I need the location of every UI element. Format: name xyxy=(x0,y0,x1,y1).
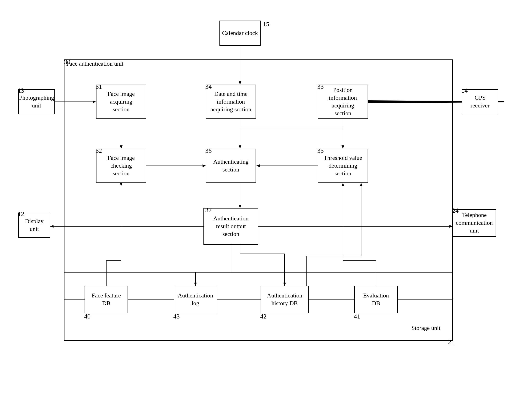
storage-unit-label: Storage unit xyxy=(412,325,440,331)
ref-34: 34 xyxy=(205,83,212,90)
ref-36: 36 xyxy=(205,147,212,154)
ref-12: 12 xyxy=(18,210,24,218)
evaluation-db-label: EvaluationDB xyxy=(363,292,389,307)
ref-43: 43 xyxy=(173,313,180,320)
authenticating-box: Authenticatingsection xyxy=(206,149,256,183)
ref-13: 13 xyxy=(18,87,24,94)
gps-receiver-label: GPSreceiver xyxy=(470,94,490,110)
ref-33: 33 xyxy=(317,83,324,90)
face-feature-db-label: Face featureDB xyxy=(92,292,121,307)
telephone-unit-label: Telephonecommunicationunit xyxy=(456,211,493,234)
ref-37: 37 xyxy=(205,206,212,214)
face-image-checking-label: Face imagecheckingsection xyxy=(107,154,135,177)
ref-41: 41 xyxy=(354,313,360,320)
display-unit-label: Displayunit xyxy=(25,218,44,233)
auth-result-box: Authenticationresult outputsection xyxy=(203,208,258,245)
diagram-container: Calendar clock 15 Face authentication un… xyxy=(14,14,504,411)
evaluation-db-box: EvaluationDB xyxy=(354,286,398,313)
ref-30: 30 xyxy=(64,58,70,66)
face-image-checking-box: Face imagecheckingsection xyxy=(96,149,146,183)
date-time-label: Date and timeinformationacquiring sectio… xyxy=(211,90,251,113)
face-feature-db-box: Face featureDB xyxy=(85,286,128,313)
ref-42: 42 xyxy=(260,313,266,320)
ref-32: 32 xyxy=(96,147,102,154)
auth-result-label: Authenticationresult outputsection xyxy=(213,215,249,238)
auth-history-db-label: Authenticationhistory DB xyxy=(267,292,303,307)
threshold-box: Threshold valuedeterminingsection xyxy=(318,149,368,183)
calendar-clock-box: Calendar clock xyxy=(219,21,261,46)
face-image-acquiring-box: Face imageacquiringsection xyxy=(96,85,146,119)
position-info-box: Positioninformationacquiringsection xyxy=(318,85,368,119)
calendar-clock-label: Calendar clock xyxy=(222,29,258,37)
face-image-acquiring-label: Face imageacquiringsection xyxy=(107,90,135,113)
svg-marker-22 xyxy=(50,225,53,228)
storage-label: Storage unit xyxy=(412,325,440,331)
auth-log-label: Authenticationlog xyxy=(178,292,213,307)
ref-40: 40 xyxy=(84,313,90,320)
position-info-label: Positioninformationacquiringsection xyxy=(329,86,357,117)
authenticating-label: Authenticatingsection xyxy=(213,158,249,173)
photographing-unit-label: Photographingunit xyxy=(19,94,54,110)
ref-31: 31 xyxy=(96,83,102,90)
threshold-label: Threshold valuedeterminingsection xyxy=(324,154,362,177)
auth-history-db-box: Authenticationhistory DB xyxy=(261,286,309,313)
ref-15: 15 xyxy=(263,21,269,28)
date-time-box: Date and timeinformationacquiring sectio… xyxy=(206,85,256,119)
ref-35: 35 xyxy=(317,147,324,154)
telephone-unit-box: Telephonecommunicationunit xyxy=(453,209,496,237)
auth-log-box: Authenticationlog xyxy=(174,286,217,313)
ref-24: 24 xyxy=(452,207,459,214)
ref-14: 14 xyxy=(461,87,468,94)
face-auth-label: Face authentication unit xyxy=(66,60,123,67)
ref-21: 21 xyxy=(448,338,454,346)
